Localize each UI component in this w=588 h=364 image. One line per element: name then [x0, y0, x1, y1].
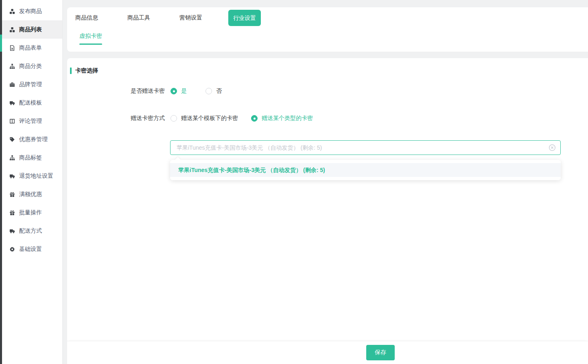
sidebar-item-label: 配送方式	[19, 227, 42, 235]
gift-icon	[9, 209, 15, 216]
gear-icon	[9, 246, 15, 253]
sidebar-item-8[interactable]: 商品标签	[2, 148, 62, 167]
radio-unchecked-icon[interactable]	[205, 88, 212, 94]
radio-checked-icon[interactable]	[170, 88, 177, 94]
form-row-gift-card: 是否赠送卡密 是 否	[67, 87, 222, 95]
sidebar-item-label: 商品列表	[19, 26, 42, 33]
sidebar: 发布商品商品列表商品表单商品分类品牌管理配送模板评论管理优惠券管理商品标签退货地…	[2, 0, 62, 364]
gift-icon	[9, 191, 15, 198]
dropdown-arrow	[175, 157, 181, 163]
sidebar-item-label: 品牌管理	[19, 81, 42, 88]
tag-icon	[9, 136, 15, 143]
footer-bar: 保存	[67, 341, 588, 364]
subtab-label: 虚拟卡密	[79, 33, 102, 40]
radio-label: 赠送某个模板下的卡密	[181, 115, 238, 122]
card-type-select	[170, 140, 561, 155]
section-title: 卡密选择	[75, 67, 98, 74]
sidebar-item-5[interactable]: 配送模板	[2, 94, 62, 112]
tab-2[interactable]: 营销设置	[179, 14, 202, 22]
cubes-icon	[9, 26, 15, 33]
field-label: 赠送卡密方式	[67, 115, 165, 122]
radio-option-type-cards[interactable]: 赠送某个类型的卡密	[251, 115, 313, 122]
tab-bar: 商品信息商品工具营销设置行业设置	[75, 10, 588, 26]
sidebar-item-label: 商品分类	[19, 63, 42, 70]
truck-icon	[9, 228, 15, 234]
sidebar-item-1[interactable]: 商品列表	[2, 20, 62, 39]
sidebar-item-label: 优惠券管理	[19, 136, 48, 143]
clear-input-icon[interactable]	[549, 144, 556, 151]
tab-1[interactable]: 商品工具	[127, 14, 150, 22]
select-dropdown: 苹果iTunes充值卡-美国市场-3美元 （自动发货） (剩余: 5)	[170, 160, 561, 180]
dropdown-option[interactable]: 苹果iTunes充值卡-美国市场-3美元 （自动发货） (剩余: 5)	[170, 163, 561, 177]
sidebar-item-9[interactable]: 退货地址设置	[2, 167, 62, 185]
sidebar-item-4[interactable]: 品牌管理	[2, 75, 62, 94]
sidebar-item-label: 满额优惠	[19, 191, 42, 198]
sidebar-item-label: 配送模板	[19, 99, 42, 107]
sidebar-item-10[interactable]: 满额优惠	[2, 185, 62, 203]
sidebar-item-label: 发布商品	[19, 8, 42, 15]
sidebar-item-label: 商品标签	[19, 154, 42, 161]
section-accent-bar	[70, 68, 72, 74]
file-icon	[9, 45, 15, 51]
truck-icon	[9, 173, 15, 179]
sidebar-item-0[interactable]: 发布商品	[2, 2, 62, 20]
truck-icon	[9, 100, 15, 106]
sidebar-item-label: 退货地址设置	[19, 172, 53, 180]
sidebar-item-label: 评论管理	[19, 118, 42, 125]
sidebar-item-11[interactable]: 批量操作	[2, 203, 62, 222]
radio-option-yes[interactable]: 是	[170, 87, 187, 95]
sidebar-item-label: 批量操作	[19, 209, 42, 216]
radio-option-template-cards[interactable]: 赠送某个模板下的卡密	[170, 115, 238, 122]
sitemap-icon	[9, 63, 15, 70]
field-label: 是否赠送卡密	[67, 87, 165, 95]
radio-label: 赠送某个类型的卡密	[262, 115, 313, 122]
sidebar-item-12[interactable]: 配送方式	[2, 222, 62, 240]
subtab-active-underline	[79, 44, 102, 45]
sidebar-item-label: 基础设置	[19, 246, 42, 253]
sidebar-item-13[interactable]: 基础设置	[2, 240, 62, 258]
columns-icon	[9, 118, 15, 124]
sidebar-item-7[interactable]: 优惠券管理	[2, 130, 62, 148]
save-button[interactable]: 保存	[366, 345, 395, 360]
card-type-select-input[interactable]	[170, 140, 561, 155]
sidebar-item-6[interactable]: 评论管理	[2, 112, 62, 130]
form-panel: 卡密选择 是否赠送卡密 是 否 赠送卡密方式 赠送某个模板下的卡密	[67, 58, 588, 364]
tab-3[interactable]: 行业设置	[228, 10, 261, 26]
sidebar-item-3[interactable]: 商品分类	[2, 57, 62, 75]
radio-unchecked-icon[interactable]	[170, 115, 177, 122]
radio-label: 否	[216, 87, 222, 95]
section-header: 卡密选择	[70, 67, 98, 74]
tab-0[interactable]: 商品信息	[75, 14, 98, 22]
cubes-icon	[9, 8, 15, 15]
radio-option-no[interactable]: 否	[205, 87, 222, 95]
sitemap-icon	[9, 155, 15, 161]
radio-label: 是	[181, 87, 187, 95]
tabs-card: 商品信息商品工具营销设置行业设置 虚拟卡密	[67, 7, 588, 52]
sidebar-item-label: 商品表单	[19, 44, 42, 52]
radio-checked-icon[interactable]	[251, 115, 258, 122]
subtab-virtual-card[interactable]: 虚拟卡密	[79, 33, 102, 45]
form-row-gift-method: 赠送卡密方式 赠送某个模板下的卡密 赠送某个类型的卡密	[67, 115, 313, 122]
sidebar-item-2[interactable]: 商品表单	[2, 39, 62, 57]
briefcase-icon	[9, 81, 15, 88]
